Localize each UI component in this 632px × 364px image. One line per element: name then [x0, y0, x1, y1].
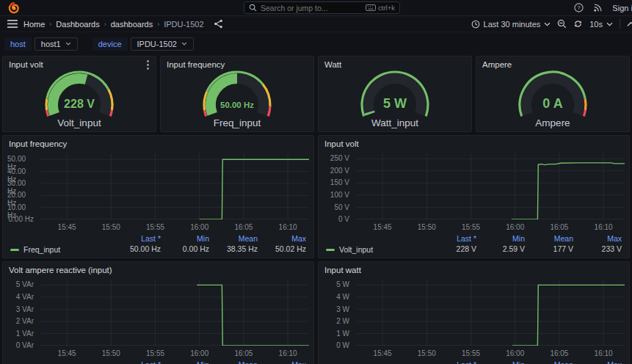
x-tick-label: 16:10	[279, 349, 297, 357]
variable-device-select[interactable]: IPDU-1502	[131, 37, 194, 51]
y-tick-label: 1 VAr	[16, 330, 34, 338]
zoom-out-time-icon[interactable]	[557, 19, 567, 29]
chevron-down-icon	[544, 22, 551, 26]
breadcrumb-folder[interactable]: dashboards	[111, 20, 153, 29]
panel-input-frequency-chart: Input frequency 0.00 Hz10.00 Hz20.00 Hz3…	[2, 135, 314, 258]
panel-input-volt-gauge: Input volt 228 VVolt_input	[2, 56, 156, 132]
refresh-interval-picker[interactable]: 10s	[589, 20, 613, 29]
legend-stat-header[interactable]: Mean	[221, 360, 258, 364]
y-tick-label: 2 VAr	[16, 317, 34, 325]
breadcrumb-dashboards[interactable]: Dashboards	[56, 20, 99, 29]
breadcrumb-home[interactable]: Home	[23, 20, 45, 29]
chart-plot-area[interactable]	[40, 280, 309, 346]
legend-stats: Last *MinMeanMax50.00 Hz0.00 Hz38.35 Hz5…	[124, 234, 306, 253]
sign-in-button[interactable]: Sign in	[612, 4, 632, 12]
legend-stat-header[interactable]: Last *	[124, 234, 161, 243]
chart-legend: Last *MinMeanMax	[326, 360, 622, 364]
panel-title[interactable]: Input frequency	[3, 136, 313, 150]
news-rss-icon[interactable]	[593, 3, 603, 12]
y-tick-label: 5 VAr	[16, 280, 34, 288]
gauge-value: 50.00 Hz	[220, 101, 254, 109]
chevron-up-icon[interactable]	[627, 21, 632, 27]
legend-series-name: Volt_input	[339, 245, 373, 254]
panel-title[interactable]: Ampere	[476, 57, 629, 71]
x-tick-label: 15:50	[418, 223, 436, 231]
panel-title[interactable]: Input frequency	[161, 57, 313, 71]
search-icon	[249, 4, 257, 12]
help-icon[interactable]: ?	[574, 3, 584, 12]
y-axis: 0 VAr1 VAr2 VAr3 VAr4 VAr5 VAr	[7, 280, 38, 346]
y-tick-label: 3 VAr	[16, 305, 34, 313]
legend-stat-header[interactable]: Min	[172, 234, 209, 243]
panel-ampere-gauge: Ampere 0 AAmpere	[476, 56, 630, 132]
time-range-picker[interactable]: Last 30 minutes	[471, 20, 551, 29]
gauge-arc: 5 W	[358, 70, 432, 120]
legend-series-toggle[interactable]: Volt_input	[326, 245, 373, 254]
panel-title[interactable]: Input volt	[3, 57, 156, 71]
gauge-series-label: Volt_input	[57, 117, 101, 128]
legend-stat-header[interactable]: Max	[585, 234, 622, 243]
legend-stat-header[interactable]: Max	[585, 360, 622, 364]
chevron-down-icon	[606, 22, 613, 26]
legend-stat-header[interactable]: Min	[488, 234, 525, 243]
legend-stat-header[interactable]: Last *	[440, 234, 476, 243]
y-tick-label: 0 V	[338, 215, 349, 223]
clock-icon	[471, 20, 480, 29]
breadcrumb-separator: ›	[104, 21, 106, 28]
gauge-arc: 50.00 Hz	[200, 70, 274, 120]
dashboard-grid: Input volt 228 VVolt_input Input frequen…	[2, 56, 630, 364]
y-tick-label: 0 VAr	[16, 341, 34, 349]
chart-plot-area[interactable]	[356, 280, 625, 346]
keyboard-icon	[366, 4, 376, 11]
search-bar[interactable]: ctrl+k	[244, 1, 400, 14]
menu-hamburger-icon[interactable]	[7, 20, 18, 28]
y-tick-label: 50 V	[334, 203, 349, 211]
panel-menu-kebab-icon[interactable]	[142, 59, 153, 70]
legend-stats: Last *MinMeanMax	[440, 360, 622, 364]
chart-svg	[356, 280, 625, 346]
legend-stat-header[interactable]: Min	[172, 360, 209, 364]
panel-title[interactable]: Watt	[319, 57, 471, 71]
panel-title[interactable]: Input volt	[319, 136, 629, 150]
timeseries-row-2: Volt ampere reactive (input) 0 VAr1 VAr2…	[2, 261, 630, 364]
legend-stat-value: 228 V	[440, 244, 476, 253]
legend-series-toggle[interactable]: Freq_input	[10, 245, 60, 254]
legend-series-name: Freq_input	[23, 245, 60, 254]
search-input[interactable]	[261, 4, 362, 12]
legend-swatch	[10, 249, 19, 251]
time-range-label: Last 30 minutes	[484, 20, 541, 29]
legend-stat-header[interactable]: Max	[269, 360, 306, 364]
panel-volt-ampere-reactive-chart: Volt ampere reactive (input) 0 VAr1 VAr2…	[2, 261, 314, 364]
panel-title[interactable]: Input watt	[319, 262, 629, 277]
timeseries-row-1: Input frequency 0.00 Hz10.00 Hz20.00 Hz3…	[2, 135, 630, 258]
chart-plot-area[interactable]	[40, 153, 309, 219]
share-dashboard-icon[interactable]	[214, 19, 223, 29]
legend-stat-header[interactable]: Last *	[124, 360, 161, 364]
legend-stat-value: 233 V	[585, 244, 622, 253]
chart-legend: Last *MinMeanMax	[10, 360, 306, 364]
chart-plot-area[interactable]	[356, 153, 625, 219]
breadcrumb-separator: ›	[49, 21, 51, 28]
legend-stat-header[interactable]: Mean	[537, 360, 573, 364]
top-bar: ctrl+k ? Sign in	[0, 0, 632, 16]
y-tick-label: 4 VAr	[16, 293, 34, 301]
panel-title[interactable]: Volt ampere reactive (input)	[3, 262, 313, 277]
legend-stat-header[interactable]: Max	[269, 234, 306, 243]
variable-host-select[interactable]: host1	[34, 37, 78, 51]
x-tick-label: 15:45	[58, 349, 76, 357]
legend-stat-value: 2.59 V	[488, 244, 525, 253]
gauge: 0 AAmpere	[476, 70, 629, 128]
panel-input-volt-chart: Input volt 0 V50 V100 V150 V200 V250 V 1…	[318, 135, 630, 258]
gauge-value: 5 W	[383, 96, 407, 111]
y-axis: 0 W1 W2 W3 W4 W5 W	[323, 280, 354, 346]
legend-stat-header[interactable]: Mean	[537, 234, 573, 243]
grafana-logo-icon[interactable]	[7, 1, 20, 14]
x-tick-label: 15:45	[58, 223, 76, 231]
legend-stat-header[interactable]: Mean	[221, 234, 258, 243]
legend-stat-value: 50.00 Hz	[124, 244, 161, 253]
legend-stat-header[interactable]: Min	[488, 360, 525, 364]
x-axis: 15:4515:5015:5516:0016:0516:10	[40, 347, 309, 357]
refresh-icon[interactable]	[573, 19, 583, 29]
breadcrumb-current-dashboard: IPDU-1502	[164, 20, 203, 29]
legend-stat-header[interactable]: Last *	[440, 360, 476, 364]
